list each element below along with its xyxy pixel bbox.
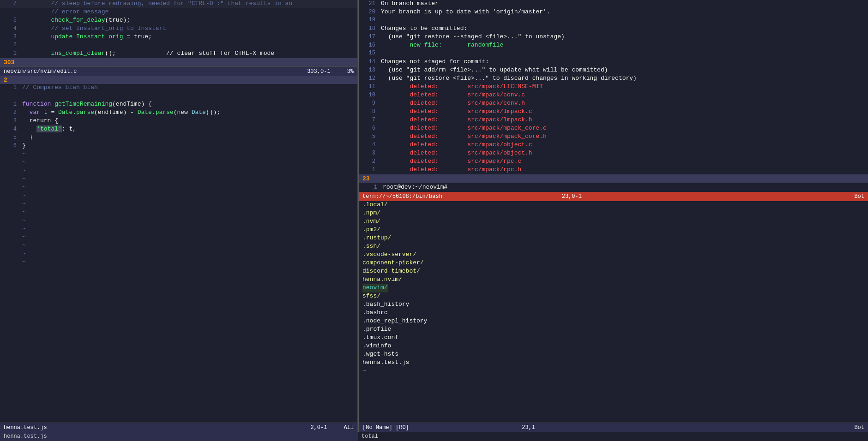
file-entry: .bash_history bbox=[361, 301, 866, 309]
right-pane: 21On branch master20Your branch is up to… bbox=[359, 0, 868, 432]
git-line-number: 13 bbox=[361, 67, 375, 73]
git-line: 4 deleted: src/mpack/object.c bbox=[359, 141, 868, 149]
terminal-status-bar: term://~/56108:/bin/bash 23,0-1 Bot bbox=[359, 192, 868, 201]
file-entry: .node_repl_history bbox=[361, 317, 866, 326]
git-line: 11 deleted: src/mpack/LICENSE-MIT bbox=[359, 83, 868, 91]
git-line: 2 deleted: src/mpack/rpc.c bbox=[359, 158, 868, 166]
tilde-line: ~ bbox=[0, 242, 357, 250]
file-entry: .wget-hsts bbox=[361, 351, 866, 359]
git-line: 1 deleted: src/mpack/rpc.h bbox=[359, 166, 868, 174]
git-line: 17 (use "git restore --staged <file>..."… bbox=[359, 33, 868, 42]
git-line-number: 14 bbox=[361, 59, 375, 65]
tilde-line: ~ bbox=[0, 150, 357, 159]
git-line: 15 bbox=[359, 50, 868, 58]
line-number: 4 bbox=[2, 126, 17, 132]
terminal-prompt-line: 1 root@dev:~/neovim# bbox=[361, 184, 866, 192]
line-content: check_for_delay(true); bbox=[22, 17, 356, 24]
file-entry: discord-timebot/ bbox=[361, 268, 866, 276]
left-separator-303: 303 bbox=[0, 58, 357, 66]
git-line-number: 11 bbox=[361, 83, 375, 90]
code-line: 4 // set Insstart_orig to Insstart bbox=[0, 25, 357, 33]
git-line-number: 21 bbox=[361, 0, 375, 7]
line-number: 5 bbox=[2, 134, 17, 141]
code-line: // error message bbox=[0, 8, 357, 17]
line-number: 2 bbox=[2, 109, 17, 116]
left-bottom-editor: 2 1// Compares blah blah1function getTim… bbox=[0, 76, 357, 432]
no-name-position: 23,1 Bot bbox=[522, 424, 864, 431]
left-top-editor: 7 // sleep before redrawing, needed for … bbox=[0, 0, 357, 76]
file-entry: .vscode-server/ bbox=[361, 251, 866, 259]
git-line-number: 8 bbox=[361, 108, 375, 115]
no-name-label: [No Name] [RO] bbox=[362, 424, 409, 431]
right-separator-23: 23 bbox=[359, 174, 868, 183]
edit-c-position: 303,0-1 3% bbox=[307, 68, 354, 75]
git-line-content: Changes to be committed: bbox=[381, 25, 866, 32]
no-name-status-bar: [No Name] [RO] 23,1 Bot bbox=[359, 423, 868, 432]
file-entry: .profile bbox=[361, 326, 866, 334]
git-line-number: 17 bbox=[361, 34, 375, 40]
code-line: 6} bbox=[0, 142, 357, 150]
bottom-left: henna.test.js bbox=[0, 432, 358, 441]
git-line-number: 18 bbox=[361, 25, 375, 32]
line-content: return { bbox=[22, 117, 356, 124]
terminal-title: term://~/56108:/bin/bash bbox=[362, 193, 442, 200]
git-line-number: 9 bbox=[361, 100, 375, 107]
tilde-line: ~ bbox=[0, 225, 357, 233]
line-number: 6 bbox=[2, 143, 17, 149]
line-number: 1 bbox=[2, 50, 17, 57]
line-content: // error message bbox=[22, 8, 356, 15]
code-line: 2 var t = Date.parse(endTime) - Date.par… bbox=[0, 109, 357, 117]
line-content: 'total': t, bbox=[22, 125, 356, 132]
tilde-line: ~ bbox=[0, 250, 357, 258]
code-line: 2 bbox=[0, 42, 357, 50]
git-line: 16 new file: randomfile bbox=[359, 42, 868, 50]
henna-test-filename: henna.test.js bbox=[4, 424, 47, 431]
file-entry: henna.test.js bbox=[361, 359, 866, 367]
git-line-content: deleted: src/mpack/object.c bbox=[381, 141, 866, 148]
git-line: 7 deleted: src/mpack/lmpack.h bbox=[359, 116, 868, 125]
bottom-filename: henna.test.js bbox=[4, 433, 47, 440]
line-content: // Compares blah blah bbox=[22, 84, 356, 91]
code-line: 1// Compares blah blah bbox=[0, 84, 357, 92]
git-line: 5 deleted: src/mpack/mpack_core.h bbox=[359, 133, 868, 141]
code-line: 7 // sleep before redrawing, needed for … bbox=[0, 0, 357, 8]
git-line: 14Changes not staged for commit: bbox=[359, 58, 868, 66]
file-entry: ~ bbox=[361, 367, 866, 375]
terminal-position: 23,0-1 Bot bbox=[562, 193, 864, 200]
git-line: 19 bbox=[359, 17, 868, 25]
git-line-content: new file: randomfile bbox=[381, 42, 866, 48]
line-number: 5 bbox=[2, 17, 17, 24]
code-line: 1function getTimeRemaining(endTime) { bbox=[0, 101, 357, 109]
bottom-right: total bbox=[358, 432, 868, 441]
main-container: 7 // sleep before redrawing, needed for … bbox=[0, 0, 868, 432]
git-line: 18Changes to be committed: bbox=[359, 25, 868, 33]
edit-c-status-bar: neovim/src/nvim/edit.c 303,0-1 3% bbox=[0, 66, 357, 76]
git-line-content: deleted: src/mpack/mpack_core.c bbox=[381, 125, 866, 131]
code-line: 1 ins_compl_clear(); // clear stuff for … bbox=[0, 50, 357, 58]
file-entry: .npm/ bbox=[361, 209, 866, 218]
line-content: } bbox=[22, 134, 356, 141]
edit-c-code: 7 // sleep before redrawing, needed for … bbox=[0, 0, 357, 58]
git-line-content: deleted: src/mpack/LICENSE-MIT bbox=[381, 83, 866, 90]
code-line: 3 return { bbox=[0, 117, 357, 125]
git-line-number: 16 bbox=[361, 42, 375, 48]
git-line-content: deleted: src/mpack/conv.h bbox=[381, 100, 866, 107]
tilde-line: ~ bbox=[0, 200, 357, 209]
line-number: 2 bbox=[2, 42, 17, 48]
git-line-content: deleted: src/mpack/object.h bbox=[381, 149, 866, 156]
git-line: 10 deleted: src/mpack/conv.c bbox=[359, 91, 868, 100]
git-line-number: 7 bbox=[361, 117, 375, 123]
git-line-content: On branch master bbox=[381, 0, 866, 7]
file-entry: .viminfo bbox=[361, 342, 866, 351]
line-content: ins_compl_clear(); // clear stuff for CT… bbox=[22, 50, 356, 57]
git-line-number: 10 bbox=[361, 92, 375, 98]
file-entry: .ssh/ bbox=[361, 243, 866, 251]
file-entry: sfss/ bbox=[361, 292, 866, 301]
line-number: 7 bbox=[2, 0, 17, 7]
git-line-number: 4 bbox=[361, 142, 375, 148]
git-line-number: 15 bbox=[361, 50, 375, 56]
git-line-number: 3 bbox=[361, 150, 375, 156]
file-entry: .rustup/ bbox=[361, 234, 866, 243]
line-number: 3 bbox=[2, 34, 17, 40]
file-listing-area: .local/.npm/.nvm/.pm2/.rustup/.ssh/.vsco… bbox=[359, 201, 868, 423]
